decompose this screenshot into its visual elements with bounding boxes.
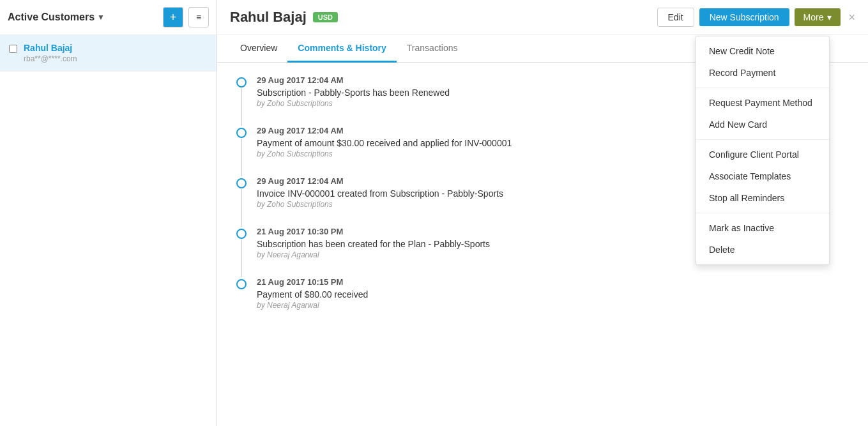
timeline-time: 21 Aug 2017 10:30 PM	[257, 227, 490, 236]
timeline-time: 21 Aug 2017 10:15 PM	[257, 277, 368, 287]
dropdown-item-delete[interactable]: Delete	[696, 239, 829, 261]
timeline-text: Payment of $80.00 received	[257, 289, 368, 300]
more-button[interactable]: More ▾	[795, 8, 841, 26]
tab-overview[interactable]: Overview	[230, 35, 287, 63]
timeline-dot	[236, 229, 247, 239]
dropdown-item-stop-reminders[interactable]: Stop all Reminders	[696, 187, 829, 209]
menu-button[interactable]: ≡	[188, 7, 209, 27]
sidebar-customer-item[interactable]: Rahul Bajaj rba**@****.com	[0, 35, 217, 72]
timeline-content: 21 Aug 2017 10:30 PM Subscription has be…	[257, 227, 490, 259]
timeline-author: by Neeraj Agarwal	[257, 301, 368, 310]
sidebar-actions: + ≡	[163, 7, 209, 27]
customer-heading: Rahul Bajaj	[230, 9, 307, 26]
timeline-content: 29 Aug 2017 12:04 AM Subscription - Pabb…	[257, 75, 450, 108]
timeline-author: by Zoho Subscriptions	[257, 149, 512, 158]
edit-button[interactable]: Edit	[657, 8, 694, 27]
new-subscription-button[interactable]: New Subscription	[699, 8, 789, 26]
sidebar: Active Customers ▼ + ≡ Rahul Bajaj rba**…	[0, 0, 217, 426]
customer-name: Rahul Bajaj	[24, 43, 77, 53]
sidebar-caret-icon[interactable]: ▼	[97, 13, 105, 22]
timeline-time: 29 Aug 2017 12:04 AM	[257, 126, 512, 135]
dropdown-item-add-new-card[interactable]: Add New Card	[696, 114, 829, 135]
timeline-line	[241, 240, 242, 277]
timeline-content: 29 Aug 2017 12:04 AM Payment of amount $…	[257, 126, 512, 158]
dropdown-item-record-payment[interactable]: Record Payment	[696, 62, 829, 84]
dropdown-item-new-credit-note[interactable]: New Credit Note	[696, 40, 829, 62]
more-label: More	[803, 12, 824, 22]
currency-badge: USD	[313, 12, 338, 22]
timeline-text: Subscription has been created for the Pl…	[257, 239, 490, 249]
sidebar-header: Active Customers ▼ + ≡	[0, 0, 217, 35]
timeline-text: Subscription - Pabbly-Sports has been Re…	[257, 87, 450, 98]
timeline-line	[241, 139, 242, 176]
timeline-content: 29 Aug 2017 12:04 AM Invoice INV-000001 …	[257, 176, 503, 209]
close-button[interactable]: ×	[848, 11, 855, 24]
dropdown-item-configure-client-portal[interactable]: Configure Client Portal	[696, 144, 829, 165]
timeline-dot	[236, 77, 247, 87]
timeline-author: by Zoho Subscriptions	[257, 99, 450, 108]
main-content: Rahul Bajaj USD Edit New Subscription Mo…	[217, 0, 868, 426]
timeline-time: 29 Aug 2017 12:04 AM	[257, 75, 450, 85]
timeline-dot	[236, 178, 247, 188]
timeline-text: Payment of amount $30.00 received and ap…	[257, 138, 512, 148]
dropdown-divider-2	[696, 139, 829, 140]
customer-email: rba**@****.com	[24, 54, 77, 63]
topbar-actions: Edit New Subscription More ▾ × New Credi…	[657, 8, 855, 27]
tab-transactions[interactable]: Transactions	[397, 35, 468, 63]
timeline-dot	[236, 279, 247, 289]
add-customer-button[interactable]: +	[163, 7, 183, 27]
tab-comments-history[interactable]: Comments & History	[287, 35, 396, 63]
timeline-text: Invoice INV-000001 created from Subscrip…	[257, 188, 503, 199]
timeline-content: 21 Aug 2017 10:15 PM Payment of $80.00 r…	[257, 277, 368, 310]
dropdown-item-request-payment-method[interactable]: Request Payment Method	[696, 92, 829, 114]
customer-info: Rahul Bajaj rba**@****.com	[24, 43, 77, 63]
timeline-line	[241, 88, 242, 126]
timeline-author: by Neeraj Agarwal	[257, 250, 490, 259]
dropdown-item-mark-inactive[interactable]: Mark as Inactive	[696, 217, 829, 239]
dropdown-divider-1	[696, 87, 829, 88]
timeline-time: 29 Aug 2017 12:04 AM	[257, 176, 503, 186]
timeline-dot	[236, 128, 247, 138]
timeline-author: by Zoho Subscriptions	[257, 200, 503, 209]
sidebar-title: Active Customers	[8, 11, 95, 23]
more-dropdown-menu: New Credit Note Record Payment Request P…	[696, 36, 830, 265]
dropdown-item-associate-templates[interactable]: Associate Templates	[696, 165, 829, 187]
dropdown-divider-3	[696, 213, 829, 213]
more-caret-icon: ▾	[827, 12, 832, 22]
timeline-line	[241, 189, 242, 227]
customer-checkbox[interactable]	[9, 45, 17, 53]
timeline-item: 21 Aug 2017 10:15 PM Payment of $80.00 r…	[236, 277, 849, 310]
topbar: Rahul Bajaj USD Edit New Subscription Mo…	[217, 0, 868, 35]
